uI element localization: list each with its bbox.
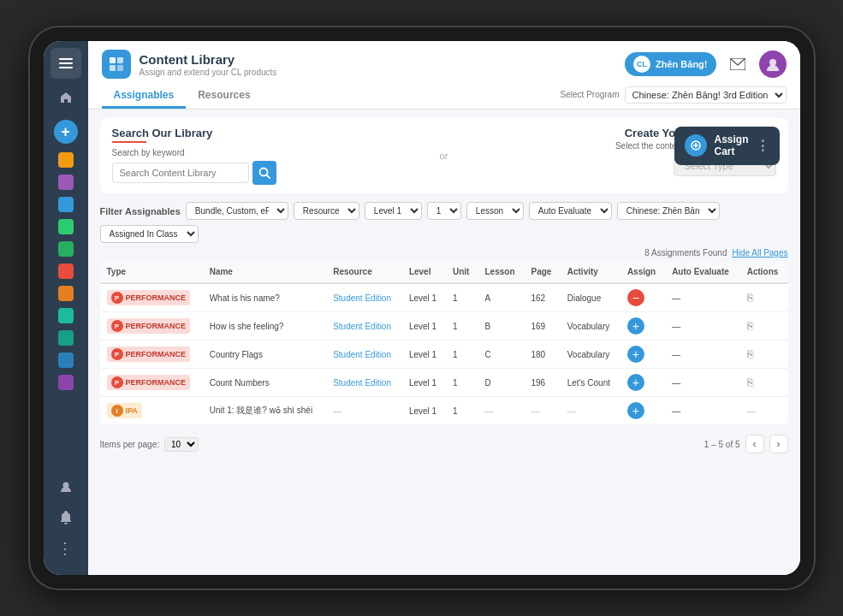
page-next-button[interactable]: › — [769, 435, 788, 453]
results-hide-link[interactable]: Hide All Pages — [732, 248, 787, 258]
page-range: 1 – 5 of 5 — [704, 440, 740, 449]
cell-activity: Vocabulary — [561, 312, 620, 341]
sidebar-bell-icon[interactable] — [53, 505, 79, 530]
table-row: P PERFORMANCE How is she feeling? Studen… — [100, 312, 788, 341]
page-nav: 1 – 5 of 5 ‹ › — [704, 435, 788, 453]
filter-type-select[interactable]: Bundle, Custom, eReaders,... — [186, 202, 288, 220]
cell-assign: + — [620, 312, 665, 341]
table-row: P PERFORMANCE What is his name? Student … — [100, 283, 788, 312]
color-dot-blue[interactable] — [58, 197, 74, 212]
cell-unit: 1 — [446, 283, 478, 312]
sidebar-menu-icon[interactable] — [50, 48, 81, 79]
cell-unit: 1 — [446, 312, 478, 341]
lesson-value: A — [485, 293, 491, 303]
body-area: Search Our Library Search by keyword or … — [88, 110, 800, 575]
user-initials: CL — [633, 56, 650, 73]
tab-assignables[interactable]: Assignables — [102, 84, 187, 109]
color-dot-purple[interactable] — [58, 175, 74, 190]
items-per-page-select[interactable]: 10 25 50 — [164, 437, 199, 452]
app-title: Content Library — [140, 52, 277, 68]
cell-assign: − — [620, 283, 665, 312]
resource-link[interactable]: Student Edition — [333, 322, 391, 331]
cell-assign: + — [620, 397, 665, 425]
color-dot-darkgreen[interactable] — [58, 241, 74, 257]
search-input[interactable] — [112, 163, 249, 183]
svg-rect-4 — [110, 57, 116, 63]
resource-link[interactable]: Student Edition — [333, 378, 391, 388]
resource-link[interactable]: Student Edition — [333, 350, 391, 359]
program-dropdown[interactable]: Chinese: Zhēn Bāng! 3rd Edition — [625, 86, 787, 104]
avatar[interactable] — [759, 50, 787, 78]
cell-level: Level 1 — [402, 397, 446, 425]
type-icon: I — [111, 405, 123, 417]
assign-add-button[interactable]: + — [627, 346, 644, 363]
cell-resource: Student Edition — [326, 312, 402, 341]
filter-resource-select[interactable]: Resource — [294, 202, 359, 220]
svg-rect-7 — [117, 65, 123, 71]
activity-value: Let's Count — [567, 378, 610, 388]
color-dot-teal[interactable] — [58, 308, 74, 323]
mail-icon[interactable] — [725, 51, 751, 77]
cell-resource: Student Edition — [326, 341, 402, 369]
filter-level-select[interactable]: Level 1 — [365, 202, 422, 220]
no-action: — — [747, 406, 756, 416]
program-select-row: Select Program Chinese: Zhēn Bāng! 3rd E… — [561, 86, 787, 104]
resource-link[interactable]: Student Edition — [333, 293, 391, 303]
copy-action-icon[interactable]: ⎘ — [747, 376, 753, 388]
col-assign: Assign — [620, 261, 665, 283]
cell-type: P PERFORMANCE — [100, 341, 203, 369]
svg-rect-1 — [59, 62, 73, 64]
assign-cart-icon — [685, 134, 707, 157]
sidebar-add-button[interactable]: + — [54, 120, 78, 144]
color-dot-red[interactable] — [58, 264, 74, 279]
sidebar-user-icon[interactable] — [53, 474, 79, 500]
cell-unit: 1 — [446, 397, 478, 425]
color-dot-darkteal[interactable] — [58, 330, 74, 346]
cell-lesson: B — [478, 312, 525, 341]
page-prev-button[interactable]: ‹ — [745, 435, 764, 453]
brand-text: Content Library Assign and extend your C… — [140, 52, 277, 77]
page-dash: — — [531, 406, 540, 416]
assign-cart[interactable]: Assign Cart ⋮ — [674, 127, 779, 165]
assign-add-button[interactable]: + — [627, 317, 644, 335]
color-dot-violet[interactable] — [58, 375, 74, 390]
assign-remove-button[interactable]: − — [627, 289, 644, 306]
activity-dash: — — [567, 406, 576, 416]
color-dot-green[interactable] — [58, 219, 74, 234]
color-dot-orange[interactable] — [58, 286, 74, 301]
assign-cart-menu-dots[interactable]: ⋮ — [756, 138, 769, 154]
filter-auto-evaluate-select[interactable]: Auto Evaluate — [529, 202, 612, 220]
cell-auto-evaluate: — — [665, 369, 740, 397]
cell-auto-evaluate: — — [665, 341, 740, 369]
cell-activity: Dialogue — [561, 283, 620, 312]
search-button[interactable] — [252, 161, 276, 185]
sidebar-home-icon[interactable] — [50, 82, 81, 113]
assign-add-button[interactable]: + — [627, 374, 644, 391]
search-label: Search by keyword — [112, 148, 423, 157]
sidebar-dots-icon[interactable]: ⋮ — [53, 536, 79, 561]
assign-cart-label: Assign Cart — [714, 133, 748, 158]
filter-lesson-select[interactable]: Lesson — [466, 202, 524, 220]
program-label: Select Program — [561, 90, 620, 99]
brand-icon — [102, 50, 131, 79]
tablet-frame: + ⋮ — [28, 26, 816, 590]
filter-authored-by-select[interactable]: Chinese: Zhēn Bāng! 3rd E... — [617, 202, 720, 220]
color-dot-steelblue[interactable] — [58, 352, 74, 368]
col-actions: Actions — [740, 261, 788, 283]
copy-action-icon[interactable]: ⎘ — [747, 292, 753, 304]
assign-add-button[interactable]: + — [627, 402, 644, 419]
filter-assigned-in-class-select[interactable]: Assigned In Class — [100, 225, 199, 243]
type-badge: P PERFORMANCE — [107, 375, 191, 390]
lesson-value: B — [485, 322, 491, 331]
user-badge[interactable]: CL Zhēn Bāng! — [625, 52, 716, 76]
copy-action-icon[interactable]: ⎘ — [747, 348, 753, 360]
cell-type: P PERFORMANCE — [100, 369, 203, 397]
copy-action-icon[interactable]: ⎘ — [747, 320, 753, 332]
color-dot-yellow[interactable] — [58, 152, 74, 168]
tab-resources[interactable]: Resources — [186, 84, 262, 109]
cell-name: What is his name? — [203, 283, 326, 312]
page-value: 180 — [531, 350, 546, 359]
filter-unit-select[interactable]: 1 — [427, 202, 461, 220]
svg-rect-6 — [110, 65, 116, 71]
cell-name: Count Numbers — [203, 369, 326, 397]
